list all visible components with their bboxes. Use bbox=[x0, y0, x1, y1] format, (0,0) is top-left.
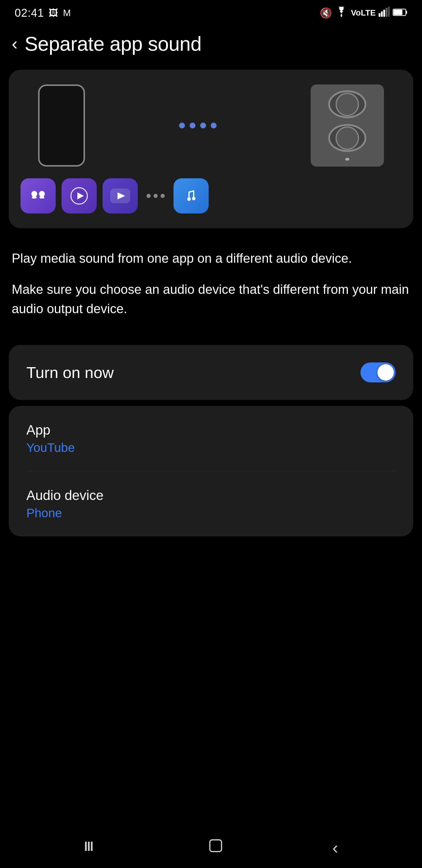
svg-rect-8 bbox=[394, 10, 402, 15]
recent-apps-icon bbox=[84, 839, 99, 856]
svg-rect-21 bbox=[88, 842, 90, 851]
speaker-cone-bottom bbox=[328, 124, 366, 152]
more-dot-3 bbox=[161, 194, 165, 198]
svg-rect-5 bbox=[388, 7, 390, 17]
mail-icon: M bbox=[63, 8, 71, 19]
toggle-knob bbox=[378, 364, 394, 381]
photo-icon: 🖼 bbox=[48, 8, 58, 19]
audio-device-value: Phone bbox=[26, 506, 396, 520]
svg-point-10 bbox=[39, 191, 45, 197]
illustration-card bbox=[9, 70, 413, 228]
signal-icon bbox=[379, 7, 390, 19]
home-icon bbox=[208, 838, 223, 857]
svg-rect-20 bbox=[85, 842, 87, 851]
svg-point-19 bbox=[192, 197, 195, 200]
more-dot-2 bbox=[154, 194, 158, 198]
svg-marker-14 bbox=[77, 192, 84, 199]
status-bar: 02:41 🖼 M 🔇 VoLTE bbox=[0, 0, 422, 24]
recent-apps-button[interactable] bbox=[72, 833, 111, 862]
battery-icon bbox=[393, 7, 407, 19]
svg-point-0 bbox=[340, 15, 342, 17]
lte-icon: VoLTE bbox=[351, 8, 376, 18]
app-icon-play[interactable] bbox=[62, 178, 97, 214]
connection-dots bbox=[85, 123, 311, 128]
app-icon-bixby[interactable] bbox=[21, 178, 56, 214]
app-icon-music[interactable] bbox=[173, 178, 209, 214]
audio-device-label: Audio device bbox=[26, 487, 396, 503]
dot-1 bbox=[179, 123, 185, 128]
mute-icon: 🔇 bbox=[320, 7, 332, 19]
speaker-indicator bbox=[345, 158, 349, 161]
dot-4 bbox=[211, 123, 217, 128]
svg-rect-2 bbox=[381, 11, 383, 17]
app-label: App bbox=[26, 422, 396, 438]
page-title: Separate app sound bbox=[25, 32, 202, 55]
audio-device-setting-item[interactable]: Audio device Phone bbox=[9, 471, 413, 536]
toggle-label: Turn on now bbox=[26, 363, 114, 381]
speaker-cone-top bbox=[328, 90, 366, 118]
svg-rect-7 bbox=[406, 11, 407, 14]
speaker-illustration bbox=[311, 85, 384, 166]
navigation-bar: ‹ bbox=[0, 827, 422, 868]
svg-point-18 bbox=[187, 197, 191, 201]
dot-3 bbox=[200, 123, 206, 128]
page-header: ‹ Separate app sound bbox=[0, 24, 422, 64]
wifi-icon bbox=[335, 7, 348, 19]
back-nav-button[interactable]: ‹ bbox=[321, 832, 350, 864]
description-section: Play media sound from one app on a diffe… bbox=[0, 234, 422, 333]
turn-on-toggle[interactable] bbox=[360, 363, 396, 382]
svg-point-17 bbox=[182, 186, 201, 206]
more-apps-indicator bbox=[147, 194, 165, 198]
app-setting-item[interactable]: App YouTube bbox=[9, 406, 413, 471]
speaker-inner-bottom bbox=[335, 126, 359, 150]
svg-point-9 bbox=[31, 191, 37, 197]
home-button[interactable] bbox=[196, 832, 235, 863]
description-paragraph-1: Play media sound from one app on a diffe… bbox=[12, 249, 410, 268]
back-button[interactable]: ‹ bbox=[12, 35, 18, 53]
toggle-card: Turn on now bbox=[9, 345, 413, 400]
svg-rect-12 bbox=[39, 196, 44, 198]
svg-rect-22 bbox=[91, 842, 93, 851]
dot-2 bbox=[190, 123, 195, 128]
status-time: 02:41 bbox=[15, 7, 44, 19]
speaker-inner-top bbox=[335, 93, 359, 116]
svg-rect-3 bbox=[383, 10, 385, 17]
app-value: YouTube bbox=[26, 441, 396, 455]
svg-rect-23 bbox=[210, 840, 222, 851]
description-paragraph-2: Make sure you choose an audio device tha… bbox=[12, 280, 410, 318]
phone-illustration bbox=[38, 85, 85, 166]
device-illustration bbox=[21, 85, 401, 166]
svg-rect-11 bbox=[32, 196, 37, 198]
settings-card: App YouTube Audio device Phone bbox=[9, 406, 413, 536]
app-icon-youtube[interactable] bbox=[103, 178, 138, 214]
app-icons-row bbox=[21, 178, 209, 214]
more-dot-1 bbox=[147, 194, 151, 198]
svg-rect-4 bbox=[386, 8, 387, 17]
svg-rect-1 bbox=[379, 13, 380, 17]
back-nav-icon: ‹ bbox=[332, 837, 338, 858]
